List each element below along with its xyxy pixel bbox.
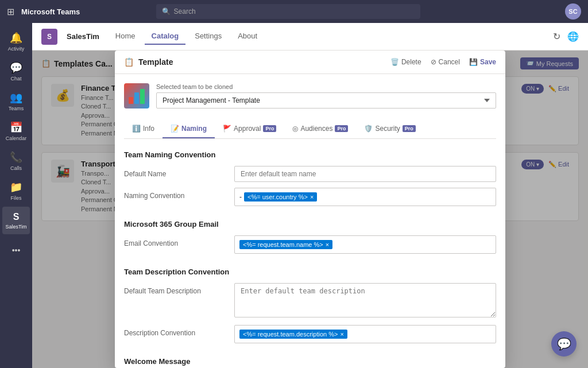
naming-convention-row: Naming Convention - <%= user.country %> …	[124, 188, 496, 206]
default-name-input-wrap	[234, 166, 496, 182]
sidebar-item-salestim[interactable]: S SalesTim	[2, 207, 30, 234]
team-naming-section: Team Naming Convention Default Name Nami…	[124, 150, 496, 206]
email-tag-text: <%= request.team.name %>	[243, 241, 323, 248]
tab-approval-label: Approval	[234, 125, 261, 133]
default-desc-row: Default Team Description	[124, 283, 496, 319]
svg-rect-0	[129, 97, 133, 104]
cancel-label: Cancel	[439, 58, 460, 66]
search-input[interactable]	[174, 7, 415, 16]
security-pro-badge: Pro	[403, 125, 416, 132]
naming-tag-close[interactable]: ×	[310, 193, 314, 200]
welcome-message-section: Welcome Message Default Welcome Message …	[124, 357, 496, 368]
cancel-icon: ⊘	[431, 58, 436, 66]
refresh-icon[interactable]: ↻	[553, 31, 560, 42]
tab-approval[interactable]: 🚩 Approval Pro	[215, 120, 284, 138]
sidebar-item-calendar[interactable]: 📅 Calendar	[2, 117, 30, 145]
grid-icon[interactable]: ⊞	[7, 6, 14, 17]
chat-icon: 💬	[10, 61, 22, 74]
left-sidebar: 🔔 Activity 💬 Chat 👥 Teams 📅 Calendar 📞 C…	[0, 23, 32, 368]
save-button[interactable]: 💾 Save	[469, 58, 496, 66]
desc-convention-input[interactable]: <%= request.team.description %> ×	[234, 325, 496, 343]
tab-info-label: Info	[143, 125, 154, 133]
tab-security-label: Security	[375, 125, 400, 133]
group-email-title: Microsoft 365 Group Email	[124, 220, 496, 228]
tab-naming-label: Naming	[181, 125, 207, 133]
app-layout: 🔔 Activity 💬 Chat 👥 Teams 📅 Calendar 📞 C…	[0, 23, 588, 368]
top-bar: ⊞ Microsoft Teams 🔍 SC	[0, 0, 588, 23]
tab-security[interactable]: 🛡️ Security Pro	[356, 120, 423, 138]
team-selector-row: Selected team to be cloned Project Manag…	[124, 83, 496, 109]
sidebar-item-more[interactable]: •••	[2, 237, 30, 264]
selector-wrap: Selected team to be cloned Project Manag…	[156, 83, 496, 109]
tab-info[interactable]: ℹ️ Info	[124, 120, 163, 138]
delete-button[interactable]: 🗑️ Delete	[390, 58, 421, 66]
team-selector-label: Selected team to be cloned	[156, 83, 496, 90]
default-desc-label: Default Team Description	[124, 283, 227, 295]
app-header-right: ↻ 🌐	[553, 31, 579, 42]
audiences-icon: ◎	[292, 125, 298, 133]
email-tag-close[interactable]: ×	[326, 241, 329, 248]
modal-overlay: 📋 Template 🗑️ Delete ⊘ Cancel	[32, 51, 588, 368]
tab-audiences-label: Audiences	[300, 125, 332, 133]
main-content: S SalesTim Home Catalog Settings About ↻…	[32, 23, 588, 368]
default-desc-input[interactable]	[234, 283, 496, 317]
team-logo	[124, 83, 149, 109]
app-header: S SalesTim Home Catalog Settings About ↻…	[32, 23, 588, 51]
nav-catalog[interactable]: Catalog	[145, 28, 186, 45]
team-selector[interactable]: Project Management - Template	[156, 92, 496, 109]
sidebar-item-chat[interactable]: 💬 Chat	[2, 57, 30, 85]
naming-convention-input[interactable]: - <%= user.country %> ×	[234, 188, 496, 206]
default-name-label: Default Name	[124, 166, 227, 178]
sidebar-label-calendar: Calendar	[6, 135, 27, 141]
sidebar-item-activity[interactable]: 🔔 Activity	[2, 28, 30, 55]
info-icon: ℹ️	[132, 125, 141, 133]
app-logo: S	[41, 29, 57, 45]
app-logo-text: S	[47, 33, 52, 41]
default-desc-input-wrap	[234, 283, 496, 319]
modal-body: Selected team to be cloned Project Manag…	[115, 74, 505, 368]
email-convention-input[interactable]: <%= request.team.name %> ×	[234, 235, 496, 254]
more-icon: •••	[12, 246, 21, 255]
email-convention-row: Email Convention <%= request.team.name %…	[124, 235, 496, 254]
avatar[interactable]: SC	[565, 3, 581, 20]
sidebar-label-salestim: SalesTim	[5, 224, 26, 230]
activity-icon: 🔔	[10, 32, 22, 44]
delete-icon: 🗑️	[390, 58, 399, 66]
nav-home[interactable]: Home	[109, 28, 142, 45]
salestim-icon: S	[13, 212, 20, 222]
modal-title-icon: 📋	[124, 57, 134, 67]
sidebar-item-teams[interactable]: 👥 Teams	[2, 87, 30, 115]
nav-about[interactable]: About	[231, 28, 264, 45]
modal: 📋 Template 🗑️ Delete ⊘ Cancel	[115, 51, 505, 368]
audiences-pro-badge: Pro	[335, 125, 348, 132]
default-name-input[interactable]	[234, 166, 496, 182]
sidebar-label-calls: Calls	[10, 165, 22, 171]
app-title: Microsoft Teams	[21, 7, 80, 16]
desc-tag-close[interactable]: ×	[340, 331, 343, 338]
desc-tag-text: <%= request.team.description %>	[243, 331, 338, 338]
cancel-button[interactable]: ⊘ Cancel	[431, 58, 460, 66]
svg-rect-1	[134, 92, 139, 104]
naming-convention-input-wrap: - <%= user.country %> ×	[234, 188, 496, 206]
calendar-icon: 📅	[10, 121, 22, 134]
desc-convention-input-wrap: <%= request.team.description %> ×	[234, 325, 496, 343]
sidebar-label-chat: Chat	[10, 76, 21, 82]
desc-convention-tag: <%= request.team.description %> ×	[239, 330, 347, 339]
tab-naming[interactable]: 📝 Naming	[163, 120, 215, 138]
modal-actions: 🗑️ Delete ⊘ Cancel 💾 Save	[390, 58, 496, 66]
modal-header: 📋 Template 🗑️ Delete ⊘ Cancel	[115, 51, 505, 74]
sidebar-item-files[interactable]: 📁 Files	[2, 177, 30, 204]
sidebar-item-calls[interactable]: 📞 Calls	[2, 147, 30, 175]
naming-tag-text: <%= user.country %>	[247, 193, 308, 200]
team-naming-title: Team Naming Convention	[124, 150, 496, 159]
nav-settings[interactable]: Settings	[188, 28, 229, 45]
approval-icon: 🚩	[223, 125, 231, 133]
modal-tabs: ℹ️ Info 📝 Naming 🚩 Approval Pro	[124, 120, 496, 139]
globe-icon[interactable]: 🌐	[567, 31, 579, 42]
chat-fab[interactable]: 💬	[551, 331, 577, 357]
search-bar[interactable]: 🔍	[156, 4, 420, 19]
calls-icon: 📞	[10, 151, 22, 164]
approval-pro-badge: Pro	[263, 125, 276, 132]
tab-audiences[interactable]: ◎ Audiences Pro	[284, 120, 356, 138]
top-bar-right: SC	[565, 3, 581, 20]
